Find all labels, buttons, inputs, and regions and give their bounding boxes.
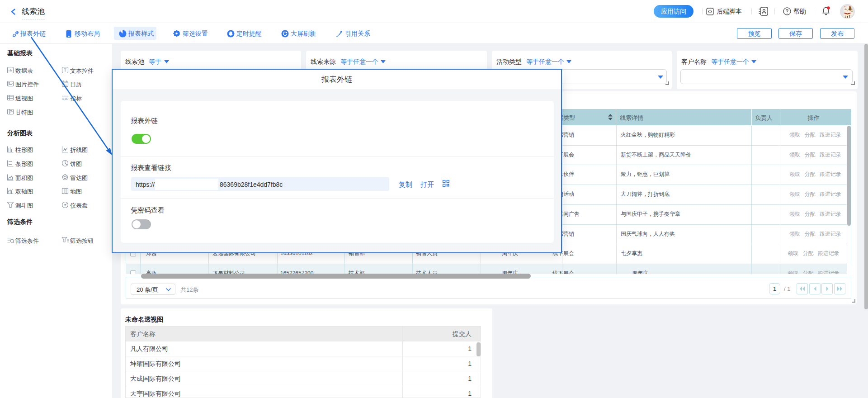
svg-text:4,80: 4,80: [62, 97, 68, 101]
